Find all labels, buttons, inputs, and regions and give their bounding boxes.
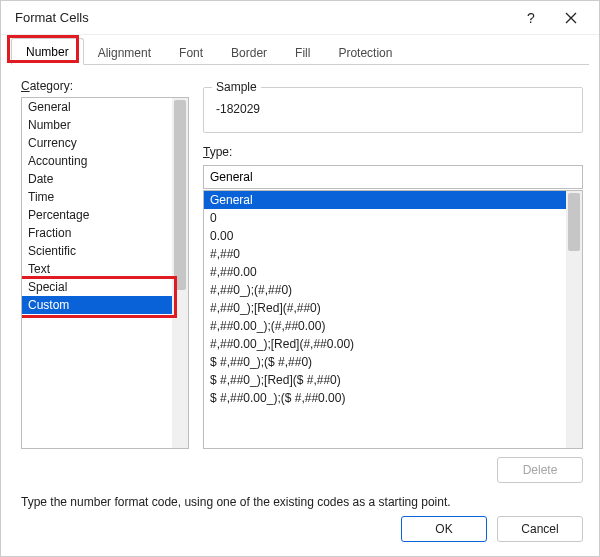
ok-button[interactable]: OK: [401, 516, 487, 542]
list-item[interactable]: Scientific: [22, 242, 172, 260]
title-bar: Format Cells ?: [1, 1, 599, 35]
tab-fill[interactable]: Fill: [281, 40, 324, 65]
close-button[interactable]: [551, 3, 591, 33]
type-label: Type:: [203, 145, 583, 159]
list-item[interactable]: 0.00: [204, 227, 566, 245]
list-item[interactable]: $ #,##0_);[Red]($ #,##0): [204, 371, 566, 389]
scrollbar-track[interactable]: [566, 191, 582, 448]
list-item[interactable]: #,##0.00_);(#,##0.00): [204, 317, 566, 335]
sample-group: Sample -182029: [203, 87, 583, 133]
list-item[interactable]: Currency: [22, 134, 172, 152]
scrollbar-thumb[interactable]: [174, 100, 186, 290]
category-listbox[interactable]: GeneralNumberCurrencyAccountingDateTimeP…: [21, 97, 189, 449]
tab-number[interactable]: Number: [11, 38, 84, 65]
list-item[interactable]: Percentage: [22, 206, 172, 224]
list-item[interactable]: Special: [22, 278, 172, 296]
tab-protection[interactable]: Protection: [324, 40, 406, 65]
tab-border[interactable]: Border: [217, 40, 281, 65]
list-item[interactable]: #,##0.00_);[Red](#,##0.00): [204, 335, 566, 353]
help-button[interactable]: ?: [511, 3, 551, 33]
sample-value: -182029: [216, 102, 570, 116]
dialog-title: Format Cells: [15, 10, 89, 25]
list-item[interactable]: Time: [22, 188, 172, 206]
scrollbar-track[interactable]: [172, 98, 188, 448]
list-item[interactable]: $ #,##0.00_);($ #,##0.00): [204, 389, 566, 407]
dialog-footer: OK Cancel: [401, 516, 583, 542]
category-label: Category:: [21, 79, 189, 93]
list-item[interactable]: General: [204, 191, 566, 209]
list-item[interactable]: Fraction: [22, 224, 172, 242]
list-item[interactable]: #,##0.00: [204, 263, 566, 281]
sample-legend: Sample: [212, 80, 261, 94]
list-item[interactable]: General: [22, 98, 172, 116]
list-item[interactable]: Number: [22, 116, 172, 134]
list-item[interactable]: 0: [204, 209, 566, 227]
tab-font[interactable]: Font: [165, 40, 217, 65]
question-icon: ?: [527, 10, 535, 26]
delete-button[interactable]: Delete: [497, 457, 583, 483]
list-item[interactable]: Custom: [22, 296, 172, 314]
list-item[interactable]: $ #,##0_);($ #,##0): [204, 353, 566, 371]
scrollbar-thumb[interactable]: [568, 193, 580, 251]
tab-alignment[interactable]: Alignment: [84, 40, 165, 65]
type-input[interactable]: [203, 165, 583, 189]
type-listbox[interactable]: General00.00#,##0#,##0.00#,##0_);(#,##0)…: [203, 190, 583, 449]
cancel-button[interactable]: Cancel: [497, 516, 583, 542]
tab-strip: Number Alignment Font Border Fill Protec…: [1, 35, 599, 65]
list-item[interactable]: Text: [22, 260, 172, 278]
hint-text: Type the number format code, using one o…: [1, 483, 599, 509]
list-item[interactable]: Date: [22, 170, 172, 188]
close-icon: [565, 12, 577, 24]
list-item[interactable]: Accounting: [22, 152, 172, 170]
list-item[interactable]: #,##0_);[Red](#,##0): [204, 299, 566, 317]
list-item[interactable]: #,##0: [204, 245, 566, 263]
list-item[interactable]: #,##0_);(#,##0): [204, 281, 566, 299]
